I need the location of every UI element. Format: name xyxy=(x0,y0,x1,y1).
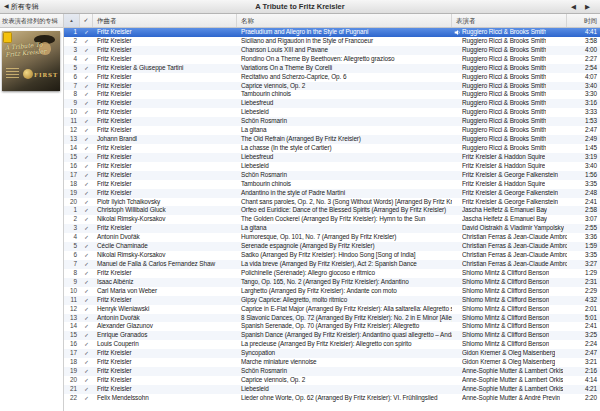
table-row[interactable]: 4✓Antonín DvořákHumoresque, Op. 101, No.… xyxy=(64,233,600,242)
previous-album-button[interactable]: ◀ xyxy=(571,3,576,11)
table-row[interactable]: 3✓Fritz KreislerLa gitanaDavid Oistrakh … xyxy=(64,224,600,233)
track-checkbox[interactable]: ✓ xyxy=(80,180,93,189)
track-checkbox[interactable]: ✓ xyxy=(80,117,93,126)
track-checkbox[interactable]: ✓ xyxy=(80,305,93,314)
track-checkbox[interactable]: ✓ xyxy=(80,233,93,242)
table-row[interactable]: 1✓Christoph Willibald GluckOrfeo ed Euri… xyxy=(64,206,600,215)
table-row[interactable]: 19✓Fritz KreislerAndantino in the style … xyxy=(64,189,600,198)
record-label-logo-icon xyxy=(3,32,12,43)
table-row[interactable]: 6✓Nikolai Rimsky-KorsakovSadko (Arranged… xyxy=(64,251,600,260)
table-row[interactable]: 21✓Fritz KreislerLiebesleidAnne-Sophie M… xyxy=(64,385,600,394)
track-checkbox[interactable]: ✓ xyxy=(80,144,93,153)
table-row[interactable]: 19✓Fritz KreislerSchön RosmarinAnne-Soph… xyxy=(64,367,600,376)
track-checkbox[interactable]: ✓ xyxy=(80,37,93,46)
track-checkbox[interactable]: ✓ xyxy=(80,90,93,99)
track-checkbox[interactable]: ✓ xyxy=(80,251,93,260)
next-album-button[interactable]: ▶ xyxy=(585,3,590,11)
table-row[interactable]: 18✓Fritz KreislerMarche miniature vienno… xyxy=(64,358,600,367)
track-checkbox[interactable]: ✓ xyxy=(80,206,93,215)
track-time: 2:20 xyxy=(567,394,600,403)
table-row[interactable]: 12✓Fritz KreislerLa gitanaRuggiero Ricci… xyxy=(64,126,600,135)
track-checkbox[interactable]: ✓ xyxy=(80,108,93,117)
column-header-track-number[interactable]: ▲ xyxy=(64,14,80,27)
table-row[interactable]: 12✓Henryk WieniawskiCaprice in E-Flat Ma… xyxy=(64,305,600,314)
track-checkbox[interactable]: ✓ xyxy=(80,340,93,349)
table-row[interactable]: 4✓Fritz KreislerRondino On a Theme By Be… xyxy=(64,55,600,64)
track-checkbox[interactable]: ✓ xyxy=(80,162,93,171)
column-header-name[interactable]: 名称 xyxy=(237,14,452,27)
back-to-all-albums-button[interactable]: ◀ 所有专辑 xyxy=(4,0,39,13)
track-title: Polichinelle (Sérénade): Allegro giocoso… xyxy=(237,269,452,278)
track-checkbox[interactable]: ✓ xyxy=(80,385,93,394)
track-checkbox[interactable]: ✓ xyxy=(80,73,93,82)
table-row[interactable]: 15✓Enrique GranadosSpanish Dance (Arrang… xyxy=(64,331,600,340)
track-checkbox[interactable]: ✓ xyxy=(80,296,93,305)
column-header-performer[interactable]: 表演者 xyxy=(452,14,567,27)
track-checkbox[interactable]: ✓ xyxy=(80,171,93,180)
table-row[interactable]: 2✓Fritz KreislerSiciliano and Rigaudon i… xyxy=(64,37,600,46)
album-cover-art[interactable]: A Tribute To Fritz Kreisler FIRST xyxy=(2,31,60,91)
table-row[interactable]: 16✓Fritz KreislerLiebesleidFritz Kreisle… xyxy=(64,162,600,171)
table-row[interactable]: 1✓Fritz KreislerPraeludium and Allegro i… xyxy=(64,28,600,37)
track-checkbox[interactable]: ✓ xyxy=(80,64,93,73)
track-checkbox[interactable]: ✓ xyxy=(80,153,93,162)
track-checkbox[interactable]: ✓ xyxy=(80,82,93,91)
track-checkbox[interactable]: ✓ xyxy=(80,314,93,323)
table-row[interactable]: 5✓Cécile ChaminadeSerenade espagnole (Ar… xyxy=(64,242,600,251)
track-checkbox[interactable]: ✓ xyxy=(80,189,93,198)
table-row[interactable]: 11✓Fritz KreislerGipsy Caprice: Allegret… xyxy=(64,296,600,305)
track-checkbox[interactable]: ✓ xyxy=(80,46,93,55)
table-row[interactable]: 13✓Antonín Dvořák8 Slavonic Dances, Op. … xyxy=(64,314,600,323)
track-number: 13 xyxy=(64,314,80,323)
track-checkbox[interactable]: ✓ xyxy=(80,99,93,108)
table-row[interactable]: 8✓Fritz KreislerTambourin chinoisRuggier… xyxy=(64,90,600,99)
table-row[interactable]: 14✓Fritz KreislerLa chasse (In the style… xyxy=(64,144,600,153)
table-row[interactable]: 15✓Fritz KreislerLiebesfreudFritz Kreisl… xyxy=(64,153,600,162)
track-checkbox[interactable]: ✓ xyxy=(80,287,93,296)
table-row[interactable]: 6✓Fritz KreislerRecitativo and Scherzo-C… xyxy=(64,73,600,82)
track-checkbox[interactable]: ✓ xyxy=(80,55,93,64)
table-row[interactable]: 8✓Fritz KreislerPolichinelle (Sérénade):… xyxy=(64,269,600,278)
track-checkbox[interactable]: ✓ xyxy=(80,367,93,376)
track-title: Caprice viennois, Op. 2 xyxy=(237,82,452,91)
table-row[interactable]: 20✓Fritz KreislerCaprice viennois, Op. 2… xyxy=(64,376,600,385)
table-row[interactable]: 11✓Fritz KreislerSchön RosmarinRuggiero … xyxy=(64,117,600,126)
track-checkbox[interactable]: ✓ xyxy=(80,376,93,385)
speaker-icon-slot xyxy=(453,64,462,72)
table-row[interactable]: 17✓Fritz KreislerSchön RosmarinFritz Kre… xyxy=(64,171,600,180)
track-checkbox[interactable]: ✓ xyxy=(80,358,93,367)
table-row[interactable]: 2✓Nikolai Rimsky-KorsakovThe Golden Cock… xyxy=(64,215,600,224)
table-row[interactable]: 9✓Fritz KreislerLiebesfreudRuggiero Ricc… xyxy=(64,99,600,108)
track-checkbox[interactable]: ✓ xyxy=(80,331,93,340)
table-row[interactable]: 20✓Piotr Ilyich TchaikovskyChant sans pa… xyxy=(64,198,600,207)
table-row[interactable]: 7✓Manuel de Falla & Carlos Fernandez Sha… xyxy=(64,260,600,269)
table-row[interactable]: 14✓Alexander GlazunovSpanish Serenade, O… xyxy=(64,322,600,331)
table-row[interactable]: 10✓Fritz KreislerLiebesleidRuggiero Ricc… xyxy=(64,108,600,117)
table-row[interactable]: 9✓Isaac AlbénizTango, Op. 165, No. 2 (Ar… xyxy=(64,278,600,287)
track-checkbox[interactable]: ✓ xyxy=(80,242,93,251)
table-row[interactable]: 10✓Carl Maria von WeberLarghetto (Arrang… xyxy=(64,287,600,296)
column-header-time[interactable]: 时间 xyxy=(567,14,600,27)
track-checkbox[interactable]: ✓ xyxy=(80,349,93,358)
track-checkbox[interactable]: ✓ xyxy=(80,322,93,331)
track-checkbox[interactable]: ✓ xyxy=(80,28,93,37)
track-checkbox[interactable]: ✓ xyxy=(80,260,93,269)
table-row[interactable]: 13✓Johann BrandlThe Old Refrain (Arrange… xyxy=(64,135,600,144)
table-row[interactable]: 16✓Louis CouperinLa precieuse (Arranged … xyxy=(64,340,600,349)
table-row[interactable]: 3✓Fritz KreislerChanson Louis XIII and P… xyxy=(64,46,600,55)
column-header-checkbox[interactable]: ✓ xyxy=(80,14,93,27)
table-row[interactable]: 18✓Fritz KreislerTambourin chinoisFritz … xyxy=(64,180,600,189)
track-checkbox[interactable]: ✓ xyxy=(80,126,93,135)
table-row[interactable]: 22✓Felix MendelssohnLieder ohne Worte, O… xyxy=(64,394,600,403)
track-checkbox[interactable]: ✓ xyxy=(80,224,93,233)
track-checkbox[interactable]: ✓ xyxy=(80,394,93,403)
track-checkbox[interactable]: ✓ xyxy=(80,215,93,224)
table-row[interactable]: 17✓Fritz KreislerSyncopationGidon Kremer… xyxy=(64,349,600,358)
column-header-composer[interactable]: 作曲者 xyxy=(93,14,237,27)
table-row[interactable]: 7✓Fritz KreislerCaprice viennois, Op. 2R… xyxy=(64,82,600,91)
track-checkbox[interactable]: ✓ xyxy=(80,278,93,287)
table-row[interactable]: 5✓Fritz Kreisler & Giuseppe TartiniVaria… xyxy=(64,64,600,73)
track-checkbox[interactable]: ✓ xyxy=(80,198,93,207)
track-checkbox[interactable]: ✓ xyxy=(80,135,93,144)
track-checkbox[interactable]: ✓ xyxy=(80,269,93,278)
